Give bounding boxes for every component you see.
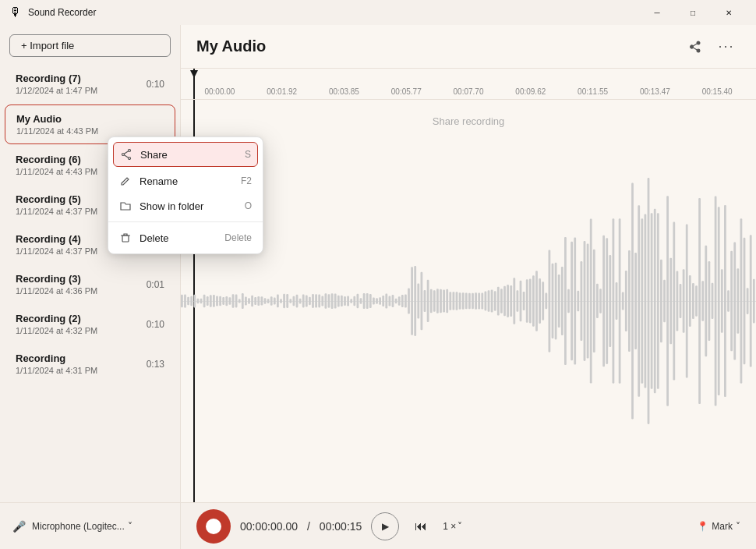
svg-rect-68 [398, 296, 401, 305]
recording-info: Recording (2) 1/11/2024 at 4:32 PM [16, 313, 97, 335]
svg-rect-79 [433, 290, 436, 311]
svg-rect-124 [577, 291, 579, 312]
svg-rect-66 [392, 295, 394, 307]
timeline-marker: 00:01.92 [251, 87, 313, 96]
sidebar-bottom: 🎤 Microphone (Logitec... ˅ [0, 502, 180, 549]
current-time: 00:00:00.00 [240, 520, 298, 533]
svg-rect-77 [427, 280, 429, 322]
skip-back-button[interactable]: ⏮ [408, 514, 433, 539]
svg-rect-26 [264, 298, 267, 303]
recording-date: 1/11/2024 at 4:31 PM [16, 366, 97, 375]
timeline-marker: 00:15.40 [686, 87, 748, 96]
record-button[interactable] [196, 509, 231, 544]
svg-rect-40 [309, 297, 311, 305]
menu-item-rename[interactable]: Rename F2 [108, 168, 263, 193]
svg-rect-128 [590, 218, 592, 383]
svg-rect-106 [520, 281, 522, 321]
svg-rect-13 [222, 297, 224, 305]
svg-rect-27 [267, 299, 270, 303]
svg-rect-94 [481, 293, 483, 310]
svg-rect-12 [219, 296, 221, 306]
svg-rect-103 [510, 285, 512, 317]
svg-rect-138 [622, 292, 624, 310]
svg-rect-84 [449, 292, 451, 310]
total-duration: 00:00:15 [320, 520, 362, 533]
recording-name: Recording (4) [16, 233, 97, 245]
close-button[interactable]: ✕ [711, 0, 747, 25]
timeline-marker: 00:13.47 [624, 87, 686, 96]
svg-rect-63 [382, 296, 384, 306]
svg-rect-30 [277, 295, 279, 308]
svg-rect-175 [740, 218, 743, 383]
recording-item[interactable]: Recording (7) 1/12/2024 at 1:47 PM 0:10 [5, 65, 175, 103]
svg-rect-158 [686, 225, 688, 378]
svg-rect-174 [737, 268, 739, 334]
svg-rect-171 [727, 290, 730, 312]
svg-rect-179 [753, 279, 755, 324]
svg-rect-99 [497, 287, 500, 316]
svg-rect-53 [350, 299, 352, 303]
play-button[interactable]: ▶ [371, 512, 399, 540]
more-options-button[interactable]: ··· [712, 33, 740, 61]
svg-rect-137 [619, 218, 621, 383]
menu-item-label: Rename [140, 175, 178, 187]
svg-rect-19 [242, 293, 244, 309]
recording-item[interactable]: Recording (2) 1/11/2024 at 4:32 PM 0:10 [5, 305, 175, 343]
svg-rect-67 [395, 299, 397, 304]
svg-rect-116 [552, 264, 554, 338]
svg-rect-111 [535, 271, 538, 331]
svg-rect-149 [657, 213, 659, 388]
title-bar: 🎙 Sound Recorder ─ □ ✕ [0, 0, 756, 25]
menu-item-show-in-folder[interactable]: Show in folder O [108, 193, 263, 218]
svg-rect-113 [542, 282, 544, 320]
svg-rect-78 [430, 289, 433, 313]
svg-rect-21 [248, 298, 250, 304]
svg-rect-107 [523, 292, 525, 310]
svg-rect-51 [344, 296, 346, 306]
svg-rect-162 [698, 198, 701, 404]
svg-rect-89 [465, 293, 468, 310]
svg-rect-185 [122, 236, 129, 242]
menu-item-share[interactable]: Share S [113, 142, 258, 167]
svg-rect-126 [584, 241, 586, 361]
recording-item[interactable]: Recording 1/11/2024 at 4:31 PM 0:13 [5, 345, 175, 383]
svg-rect-76 [424, 290, 426, 312]
minimize-button[interactable]: ─ [639, 0, 675, 25]
timeline-marker: 00:05.77 [375, 87, 437, 96]
recording-duration: 0:13 [147, 359, 164, 370]
waveform-svg [181, 100, 756, 502]
speed-button[interactable]: 1 × ˅ [443, 521, 462, 532]
more-icon: ··· [718, 38, 734, 55]
svg-rect-25 [261, 296, 263, 305]
share-icon-button[interactable] [681, 33, 709, 61]
svg-rect-7 [203, 295, 206, 308]
svg-rect-110 [532, 275, 535, 327]
maximize-button[interactable]: □ [675, 0, 711, 25]
svg-rect-160 [692, 283, 694, 319]
svg-rect-147 [651, 213, 653, 388]
timeline-labels: 00:00.0000:01.9200:03.8500:05.7700:07.70… [181, 87, 756, 96]
share-icon [689, 41, 701, 53]
recording-date: 1/11/2024 at 4:43 PM [16, 126, 98, 136]
svg-rect-122 [571, 242, 573, 361]
svg-rect-81 [440, 289, 442, 313]
svg-rect-69 [401, 295, 404, 307]
menu-item-delete[interactable]: Delete Delete [108, 225, 263, 250]
svg-rect-35 [293, 296, 295, 306]
svg-rect-164 [705, 246, 707, 357]
svg-rect-60 [373, 297, 375, 304]
svg-rect-159 [689, 275, 691, 327]
recording-name: My Audio [16, 113, 98, 125]
mark-button[interactable]: 📍 Mark ˅ [697, 521, 740, 532]
import-file-button[interactable]: + Import file [9, 34, 171, 57]
svg-rect-142 [634, 253, 637, 349]
recording-info: Recording (6) 1/11/2024 at 4:43 PM [16, 154, 97, 176]
recording-item[interactable]: Recording (3) 1/11/2024 at 4:36 PM 0:01 [5, 265, 175, 303]
svg-rect-85 [453, 292, 455, 310]
microphone-selector[interactable]: Microphone (Logitec... ˅ [32, 521, 132, 532]
time-separator: / [307, 520, 310, 533]
recording-duration: 0:10 [147, 79, 164, 90]
svg-point-181 [129, 158, 131, 160]
svg-rect-33 [286, 294, 288, 308]
recording-info: Recording (4) 1/11/2024 at 4:37 PM [16, 233, 97, 256]
